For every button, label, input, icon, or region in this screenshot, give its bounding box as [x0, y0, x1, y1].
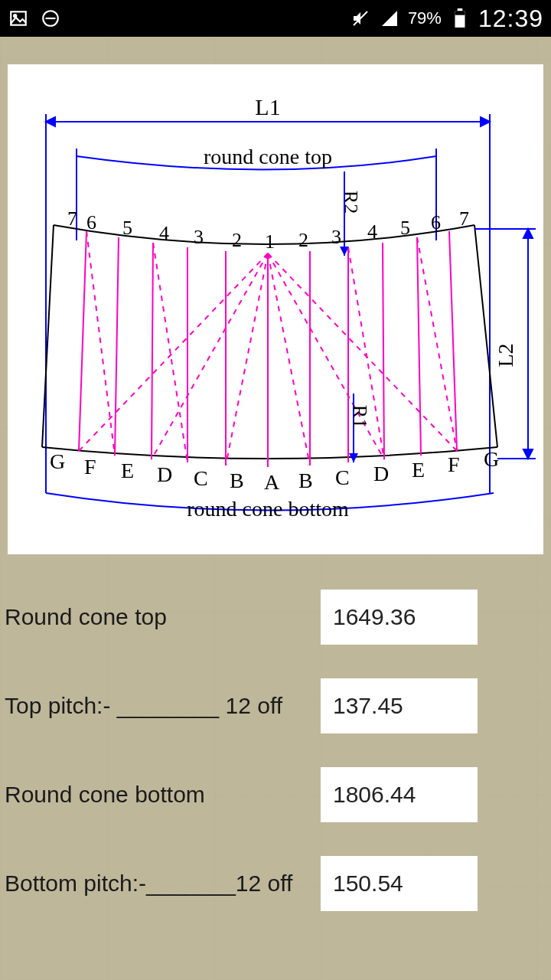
result-label: Round cone bottom [5, 782, 321, 808]
clock: 12:39 [478, 5, 543, 33]
svg-text:D: D [157, 462, 172, 486]
svg-line-32 [226, 253, 268, 466]
svg-rect-7 [455, 11, 465, 15]
result-value[interactable]: 150.54 [321, 856, 478, 911]
result-label: Top pitch:- ________ 12 off [5, 693, 321, 719]
svg-line-17 [42, 225, 54, 447]
result-row: Round cone top 1649.36 [5, 573, 546, 662]
svg-text:6: 6 [431, 211, 441, 234]
signal-icon [379, 8, 400, 29]
svg-line-20 [115, 237, 119, 456]
picture-icon [8, 8, 29, 29]
svg-line-21 [152, 243, 153, 459]
result-value[interactable]: 137.45 [321, 678, 478, 733]
statusbar-left [8, 8, 61, 29]
svg-text:B: B [298, 469, 313, 492]
battery-icon [449, 8, 471, 29]
svg-line-19 [79, 231, 86, 451]
top-index-numbers: 76 54 32 12 34 56 7 [67, 207, 469, 253]
do-not-disturb-icon [40, 8, 61, 29]
statusbar-right: 79% 12:39 [350, 5, 543, 33]
svg-text:2: 2 [298, 229, 308, 251]
svg-text:B: B [230, 469, 244, 492]
svg-marker-72 [523, 449, 533, 459]
result-row: Round cone bottom 1806.44 [5, 750, 546, 839]
svg-text:2: 2 [232, 229, 242, 251]
svg-rect-0 [11, 11, 26, 24]
svg-rect-6 [458, 8, 463, 11]
svg-text:F: F [448, 452, 460, 476]
svg-line-36 [86, 231, 115, 456]
svg-line-33 [268, 253, 310, 466]
svg-text:E: E [121, 459, 134, 482]
results-list: Round cone top 1649.36 Top pitch:- _____… [0, 573, 551, 928]
svg-line-37 [153, 243, 187, 462]
svg-marker-11 [46, 117, 55, 126]
svg-marker-71 [523, 229, 533, 238]
result-value[interactable]: 1806.44 [321, 767, 478, 822]
svg-text:G: G [484, 447, 499, 471]
svg-line-30 [79, 253, 268, 451]
svg-line-28 [417, 237, 421, 456]
result-row: Top pitch:- ________ 12 off 137.45 [5, 662, 546, 750]
svg-text:7: 7 [67, 207, 77, 230]
svg-text:C: C [194, 466, 208, 490]
svg-text:G: G [50, 449, 65, 473]
result-row: Bottom pitch:-_______12 off 150.54 [5, 839, 546, 928]
label-L2: L2 [494, 343, 517, 367]
result-label: Round cone top [5, 604, 321, 630]
svg-marker-12 [481, 117, 490, 126]
svg-text:E: E [412, 458, 425, 482]
svg-text:3: 3 [194, 226, 204, 248]
svg-text:F: F [84, 455, 96, 479]
label-L1: L1 [255, 94, 280, 119]
svg-text:5: 5 [400, 217, 410, 239]
svg-text:A: A [264, 470, 280, 494]
result-value[interactable]: 1649.36 [321, 590, 478, 645]
mute-icon [350, 8, 371, 29]
battery-percent: 79% [408, 8, 442, 28]
svg-line-27 [383, 243, 384, 459]
cone-development-diagram: L1 round cone top R2 [8, 64, 543, 554]
svg-text:4: 4 [159, 222, 169, 244]
svg-text:4: 4 [367, 220, 377, 243]
diagram-svg: L1 round cone top R2 [8, 64, 543, 554]
label-R1: R1 [349, 405, 371, 428]
svg-text:D: D [373, 462, 389, 485]
svg-text:7: 7 [459, 207, 469, 230]
svg-text:6: 6 [86, 211, 96, 234]
android-statusbar: 79% 12:39 [0, 0, 551, 37]
label-cone-top: round cone top [204, 145, 332, 168]
svg-line-18 [474, 225, 497, 447]
result-label: Bottom pitch:-_______12 off [5, 871, 321, 897]
svg-text:1: 1 [265, 230, 275, 253]
label-cone-bottom: round cone bottom [187, 497, 349, 521]
svg-text:5: 5 [122, 217, 132, 239]
svg-text:3: 3 [331, 226, 341, 248]
label-R2: R2 [340, 191, 362, 214]
svg-text:C: C [335, 466, 350, 489]
